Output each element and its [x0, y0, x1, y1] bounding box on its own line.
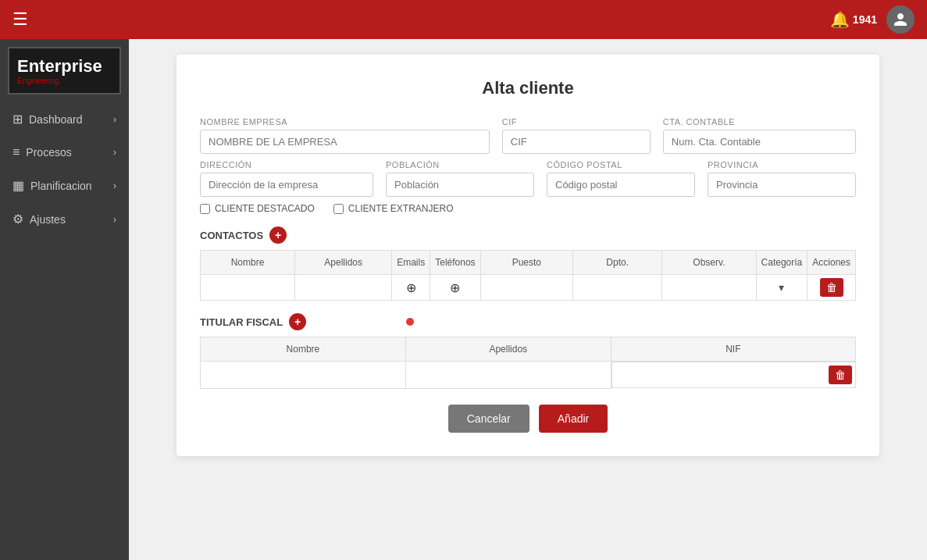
red-dot-indicator [406, 315, 414, 329]
contacto-dpto-input[interactable] [576, 279, 658, 297]
cif-label: CIF [502, 117, 651, 127]
delete-titular-button[interactable]: 🗑 [829, 366, 852, 384]
categoria-select-button[interactable]: ▾ [779, 281, 784, 294]
action-row: Cancelar Añadir [200, 405, 856, 433]
delete-contacto-button[interactable]: 🗑 [820, 278, 843, 297]
contacto-nombre-cell [201, 275, 295, 301]
titular-fiscal-title: TITULAR FISCAL [200, 316, 283, 328]
titular-fiscal-header: TITULAR FISCAL + [200, 313, 856, 330]
poblacion-label: POBLACIÓN [386, 160, 534, 169]
tf-col-nif: NIF [611, 337, 855, 362]
add-email-button[interactable]: ⊕ [406, 280, 416, 295]
cliente-extranjero-text: CLIENTE EXTRANJERO [348, 203, 454, 214]
topbar-left: ☰ [12, 9, 28, 30]
contacto-observ-input[interactable] [665, 279, 752, 297]
cliente-extranjero-checkbox[interactable] [333, 204, 344, 214]
notification-count: 1941 [853, 13, 877, 26]
tf-nombre-cell [201, 362, 406, 389]
form-title: Alta cliente [200, 78, 856, 98]
contacto-apellidos-cell [295, 275, 392, 301]
bell-icon[interactable]: 🔔 [830, 10, 850, 29]
hamburger-icon[interactable]: ☰ [12, 9, 28, 30]
contacto-categoria-cell: ▾ [756, 275, 808, 301]
codigo-postal-input[interactable] [547, 173, 695, 197]
add-contacto-button[interactable]: + [269, 226, 287, 244]
provincia-group: PROVINCIA [708, 160, 856, 197]
provincia-input[interactable] [708, 173, 856, 197]
cif-input[interactable] [502, 130, 651, 154]
ajustes-arrow: › [113, 214, 116, 225]
contacto-emails-cell: ⊕ [392, 275, 430, 301]
logo-sub: Engineering. [17, 77, 112, 85]
contacto-telefonos-cell: ⊕ [430, 275, 480, 301]
col-acciones: Acciones [808, 251, 856, 275]
col-emails: Emails [392, 251, 430, 275]
user-avatar[interactable] [886, 5, 915, 34]
ajustes-icon: ⚙ [12, 212, 23, 226]
procesos-icon: ≡ [12, 145, 20, 159]
direccion-group: DIRECCIÓN [200, 160, 373, 197]
add-button[interactable]: Añadir [539, 405, 608, 433]
poblacion-group: POBLACIÓN [386, 160, 534, 197]
contacto-acciones-cell: 🗑 [808, 275, 856, 301]
contacto-puesto-input[interactable] [484, 279, 569, 297]
sidebar-item-ajustes-label: Ajustes [30, 213, 66, 226]
contacto-apellidos-input[interactable] [298, 279, 388, 297]
form-card: Alta cliente NOMBRE EMPRESA CIF CTA. CON… [176, 55, 879, 456]
contacto-puesto-cell [480, 275, 572, 301]
contactos-header: CONTACTOS + [200, 226, 856, 244]
col-puesto: Puesto [480, 251, 572, 275]
dashboard-arrow: › [113, 114, 116, 125]
col-observ: Observ. [662, 251, 756, 275]
form-row-2: DIRECCIÓN POBLACIÓN CÓDIGO POSTAL PROVIN… [200, 160, 856, 197]
col-nombre: Nombre [201, 251, 295, 275]
col-apellidos: Apellidos [295, 251, 392, 275]
contacto-dpto-cell [573, 275, 662, 301]
sidebar-item-dashboard[interactable]: ⊞ Dashboard › [0, 102, 129, 136]
poblacion-input[interactable] [386, 173, 534, 197]
sidebar-item-planificacion-label: Planificacion [30, 180, 92, 192]
sidebar-item-planificacion[interactable]: ▦ Planificacion › [0, 169, 129, 202]
cliente-destacado-text: CLIENTE DESTACADO [215, 203, 315, 214]
cliente-destacado-label[interactable]: CLIENTE DESTACADO [200, 203, 315, 214]
tf-apellidos-cell [405, 362, 611, 389]
layout: Enterprise Engineering. ⊞ Dashboard › ≡ … [0, 39, 927, 560]
add-titular-button[interactable]: + [289, 313, 306, 330]
contactos-title: CONTACTOS [200, 230, 263, 241]
contacto-observ-cell [662, 275, 756, 301]
logo-text: Enterprise [17, 56, 112, 77]
add-telefono-button[interactable]: ⊕ [450, 280, 460, 295]
cancel-button[interactable]: Cancelar [448, 405, 529, 433]
tf-nif-input[interactable] [615, 366, 825, 384]
col-dpto: Dpto. [573, 251, 662, 275]
cta-input[interactable] [663, 130, 856, 154]
cliente-extranjero-label[interactable]: CLIENTE EXTRANJERO [333, 203, 454, 214]
nombre-empresa-group: NOMBRE EMPRESA [200, 117, 490, 154]
direccion-label: DIRECCIÓN [200, 160, 373, 169]
planificacion-icon: ▦ [12, 178, 24, 193]
form-row-1: NOMBRE EMPRESA CIF CTA. CONTABLE [200, 117, 856, 154]
cta-group: CTA. CONTABLE [663, 117, 856, 154]
cta-label: CTA. CONTABLE [663, 117, 856, 127]
logo-area: Enterprise Engineering. [8, 47, 121, 95]
nombre-empresa-input[interactable] [200, 130, 490, 154]
cif-group: CIF [502, 117, 651, 154]
direccion-input[interactable] [200, 173, 373, 197]
sidebar-item-procesos[interactable]: ≡ Procesos › [0, 136, 129, 169]
checkbox-row: CLIENTE DESTACADO CLIENTE EXTRANJERO [200, 203, 856, 214]
sidebar: Enterprise Engineering. ⊞ Dashboard › ≡ … [0, 39, 129, 560]
tf-apellidos-input[interactable] [409, 366, 608, 383]
contacto-nombre-input[interactable] [204, 279, 291, 297]
col-categoria: Categoría [756, 251, 808, 275]
sidebar-item-ajustes[interactable]: ⚙ Ajustes › [0, 202, 129, 236]
topbar: ☰ 🔔 1941 [0, 0, 927, 39]
tf-nombre-input[interactable] [204, 366, 402, 383]
procesos-arrow: › [113, 147, 116, 158]
topbar-right: 🔔 1941 [830, 5, 915, 34]
tf-nif-cell: 🗑 [611, 362, 856, 388]
titular-fiscal-table: Nombre Apellidos NIF 🗑 [200, 337, 856, 389]
contactos-header-row: Nombre Apellidos Emails Teléfonos Puesto… [201, 251, 856, 275]
cliente-destacado-checkbox[interactable] [200, 204, 210, 214]
bell-container: 🔔 1941 [830, 10, 877, 29]
titular-header-row: Nombre Apellidos NIF [201, 337, 856, 362]
